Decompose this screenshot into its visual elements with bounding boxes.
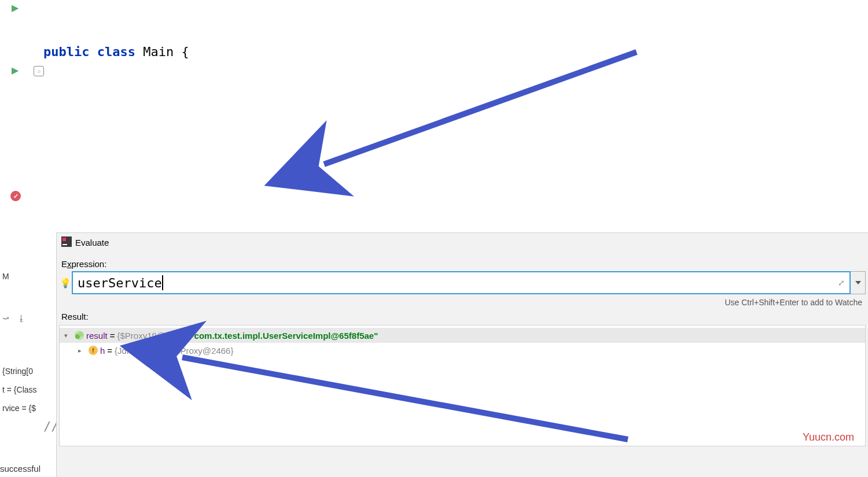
svg-rect-1 — [62, 238, 66, 241]
chevron-right-icon[interactable]: ▸ — [78, 347, 86, 354]
variable-icon — [75, 331, 84, 340]
shortcut-hint: Use Ctrl+Shift+Enter to add to Watche — [57, 294, 868, 309]
field-icon: f — [89, 346, 98, 355]
history-dropdown-button[interactable] — [851, 271, 866, 294]
debug-vars-panel-fragment: M ⤻ ⭳ {String[0 t = {Class rvice = {$ — [0, 272, 52, 422]
run-gutter-icon[interactable]: ▶ — [12, 2, 19, 13]
code-area[interactable]: public class Main { public static void m… — [43, 0, 868, 231]
debug-var-row[interactable]: {String[0 — [0, 367, 52, 385]
evaluate-dialog: Evaluate Expression: 💡 userService ⤢ Use… — [56, 232, 868, 477]
debug-var-row[interactable]: t = {Class — [0, 385, 52, 404]
editor-gutter: ▶ ▶ ○ ✓ — [0, 0, 43, 231]
step-into-icon[interactable]: ⭳ — [17, 313, 30, 326]
breakpoint-gutter-icon[interactable]: ✓ — [10, 191, 21, 201]
debug-var-row[interactable]: rvice = {$ — [0, 404, 52, 422]
evaluate-title-bar[interactable]: Evaluate — [57, 233, 868, 252]
svg-point-4 — [79, 332, 83, 337]
svg-rect-2 — [62, 244, 67, 245]
expression-input[interactable]: userService ⤢ — [72, 271, 851, 294]
expression-label: Expression: — [57, 252, 868, 271]
intellij-icon — [61, 236, 72, 249]
step-over-icon[interactable]: ⤻ — [2, 313, 15, 326]
run-gutter-icon[interactable]: ▶ — [12, 65, 19, 76]
bulb-icon[interactable]: 💡 — [59, 271, 72, 294]
chevron-down-icon[interactable]: ▾ — [64, 332, 72, 339]
result-tree-row[interactable]: ▾ result = {$Proxy19@2457} "com.tx.test.… — [60, 328, 865, 343]
result-tree-row[interactable]: ▸ f h = {JdkDynamicAopProxy@2466} — [60, 343, 865, 358]
watermark-text: Yuucn.com — [803, 431, 854, 443]
evaluate-title-text: Evaluate — [75, 238, 109, 247]
result-label: Result: — [57, 309, 868, 324]
override-gutter-icon[interactable]: ○ — [34, 66, 44, 76]
status-text: successful — [0, 464, 41, 474]
result-tree[interactable]: ▾ result = {$Proxy19@2457} "com.tx.test.… — [59, 325, 866, 446]
panel-label: M — [0, 272, 52, 290]
code-editor[interactable]: ▶ ▶ ○ ✓ public class Main { public stati… — [0, 0, 868, 231]
expand-icon[interactable]: ⤢ — [838, 278, 845, 287]
